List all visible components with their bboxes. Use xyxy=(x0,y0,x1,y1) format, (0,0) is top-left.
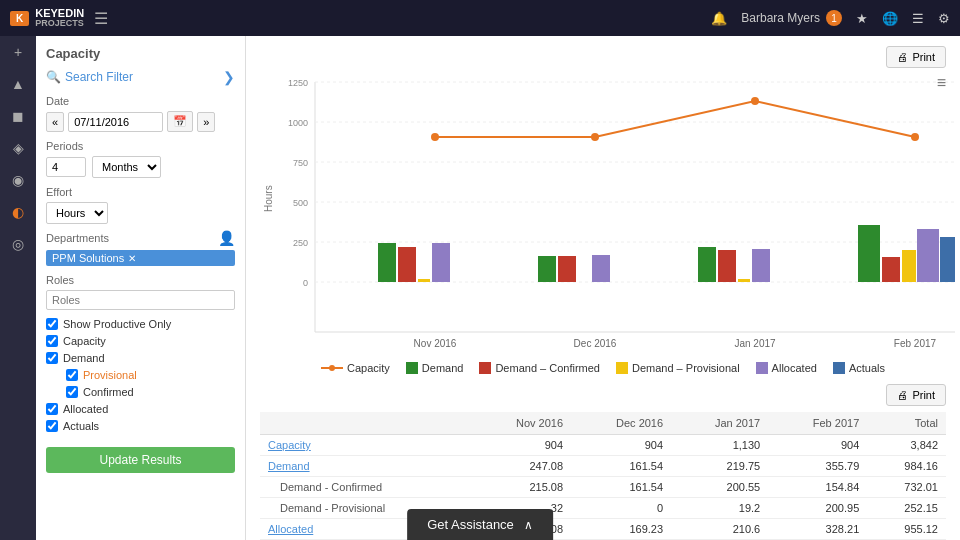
legend-demand-confirmed: Demand – Confirmed xyxy=(479,362,600,374)
show-productive-only-checkbox[interactable] xyxy=(46,318,58,330)
user-icon[interactable]: ▲ xyxy=(11,76,25,92)
settings-icon[interactable]: ⚙ xyxy=(938,11,950,26)
legend-actuals: Actuals xyxy=(833,362,885,374)
hamburger-icon[interactable]: ☰ xyxy=(94,9,108,28)
legend-allocated: Allocated xyxy=(756,362,817,374)
svg-rect-31 xyxy=(698,247,716,282)
col-header-nov: Nov 2016 xyxy=(471,412,571,435)
svg-text:Dec 2016: Dec 2016 xyxy=(574,338,617,349)
svg-rect-30 xyxy=(592,255,610,282)
data-table-section: 🖨 Print Nov 2016 Dec 2016 Jan 2017 Feb 2… xyxy=(260,384,946,540)
capacity-link[interactable]: Capacity xyxy=(268,439,311,451)
svg-rect-26 xyxy=(432,243,450,282)
chart-legend: Capacity Demand Demand – Confirmed Deman… xyxy=(260,362,946,374)
print-label: Print xyxy=(912,51,935,63)
table-row: Demand 247.08 161.54 219.75 355.79 984.1… xyxy=(260,456,946,477)
roles-label: Roles xyxy=(46,274,235,286)
search-icon-small: 🔍 xyxy=(46,70,61,84)
periods-unit-select[interactable]: Months Weeks xyxy=(92,156,161,178)
svg-text:Jan 2017: Jan 2017 xyxy=(734,338,776,349)
demand-link[interactable]: Demand xyxy=(268,460,310,472)
effort-row: Hours Days xyxy=(46,202,235,224)
svg-text:Nov 2016: Nov 2016 xyxy=(414,338,457,349)
legend-demand: Demand xyxy=(406,362,464,374)
col-header-total: Total xyxy=(867,412,946,435)
legend-demand-provisional-icon xyxy=(616,362,628,374)
legend-demand-label: Demand xyxy=(422,362,464,374)
legend-actuals-icon xyxy=(833,362,845,374)
demand-label: Demand xyxy=(63,352,105,364)
provisional-checkbox[interactable] xyxy=(66,369,78,381)
legend-capacity-label: Capacity xyxy=(347,362,390,374)
calendar-button[interactable]: 📅 xyxy=(167,111,193,132)
date-input[interactable] xyxy=(68,112,163,132)
cell-dp-total: 252.15 xyxy=(867,498,946,519)
globe-icon[interactable]: 🌐 xyxy=(882,11,898,26)
chart-print-button[interactable]: 🖨 Print xyxy=(886,46,946,68)
chart-container: ≡ Hours 1250 1000 750 500 250 0 xyxy=(260,72,946,352)
get-assistance-bar[interactable]: Get Assistance ∧ xyxy=(407,509,553,540)
assistance-caret-icon: ∧ xyxy=(524,518,533,532)
allocated-link[interactable]: Allocated xyxy=(268,523,313,535)
capacity-label: Capacity xyxy=(63,335,106,347)
cell-demand-feb: 355.79 xyxy=(768,456,867,477)
date-row: « 📅 » xyxy=(46,111,235,132)
svg-rect-32 xyxy=(718,250,736,282)
legend-demand-confirmed-label: Demand – Confirmed xyxy=(495,362,600,374)
cell-alloc-total: 955.12 xyxy=(867,519,946,540)
roles-input[interactable] xyxy=(46,290,235,310)
table-row: Demand - Confirmed 215.08 161.54 200.55 … xyxy=(260,477,946,498)
svg-rect-33 xyxy=(738,279,750,282)
departments-tags: PPM Solutions ✕ xyxy=(46,250,235,266)
svg-text:0: 0 xyxy=(303,278,308,288)
legend-demand-provisional: Demand – Provisional xyxy=(616,362,740,374)
group-icon[interactable]: ◉ xyxy=(12,172,24,188)
grid-icon[interactable]: ☰ xyxy=(912,11,924,26)
date-next-button[interactable]: » xyxy=(197,112,215,132)
top-navigation: K KEYEDIN PROJECTS ☰ 🔔 Barbara Myers 1 ★… xyxy=(0,0,960,36)
department-tag: PPM Solutions ✕ xyxy=(46,250,235,266)
cell-dp-dec: 0 xyxy=(571,498,671,519)
table-row: Allocated 247.08 169.23 210.6 328.21 955… xyxy=(260,519,946,540)
periods-input[interactable] xyxy=(46,157,86,177)
notification-icon[interactable]: 🔔 xyxy=(711,11,727,26)
add-department-icon[interactable]: 👤 xyxy=(218,230,235,246)
left-icon-bar: + ▲ ◼ ◈ ◉ ◐ ◎ xyxy=(0,36,36,540)
periods-row: Months Weeks xyxy=(46,156,235,178)
tool-icon[interactable]: ◈ xyxy=(13,140,24,156)
chart-icon[interactable]: ◐ xyxy=(12,204,24,220)
printer-icon-2: 🖨 xyxy=(897,389,908,401)
svg-rect-39 xyxy=(940,237,955,282)
update-results-button[interactable]: Update Results xyxy=(46,447,235,473)
effort-unit-select[interactable]: Hours Days xyxy=(46,202,108,224)
legend-allocated-icon xyxy=(756,362,768,374)
logo-text: KEYEDIN PROJECTS xyxy=(35,8,84,28)
add-icon[interactable]: + xyxy=(14,44,22,60)
demand-row: Demand xyxy=(46,352,235,364)
demand-checkbox[interactable] xyxy=(46,352,58,364)
table-row: Demand - Provisional 32 0 19.2 200.95 25… xyxy=(260,498,946,519)
search-icon[interactable]: ◎ xyxy=(12,236,24,252)
remove-department-button[interactable]: ✕ xyxy=(128,253,136,264)
cell-dc-dec: 161.54 xyxy=(571,477,671,498)
cell-capacity-feb: 904 xyxy=(768,435,867,456)
confirmed-checkbox[interactable] xyxy=(66,386,78,398)
capacity-checkbox[interactable] xyxy=(46,335,58,347)
collapse-arrow[interactable]: ❯ xyxy=(223,69,235,85)
date-prev-button[interactable]: « xyxy=(46,112,64,132)
chart-menu-icon[interactable]: ≡ xyxy=(937,74,946,92)
cell-demand-total: 984.16 xyxy=(867,456,946,477)
legend-demand-provisional-label: Demand – Provisional xyxy=(632,362,740,374)
show-productive-only-label: Show Productive Only xyxy=(63,318,171,330)
search-filter[interactable]: 🔍 Search Filter xyxy=(46,70,133,84)
logo-icon: K xyxy=(10,11,29,26)
svg-text:Hours: Hours xyxy=(263,185,274,212)
actuals-label: Actuals xyxy=(63,420,99,432)
actuals-checkbox[interactable] xyxy=(46,420,58,432)
clipboard-icon[interactable]: ◼ xyxy=(12,108,24,124)
legend-capacity-icon xyxy=(321,364,343,372)
periods-label: Periods xyxy=(46,140,235,152)
favorites-icon[interactable]: ★ xyxy=(856,11,868,26)
table-print-button[interactable]: 🖨 Print xyxy=(886,384,946,406)
allocated-checkbox[interactable] xyxy=(46,403,58,415)
